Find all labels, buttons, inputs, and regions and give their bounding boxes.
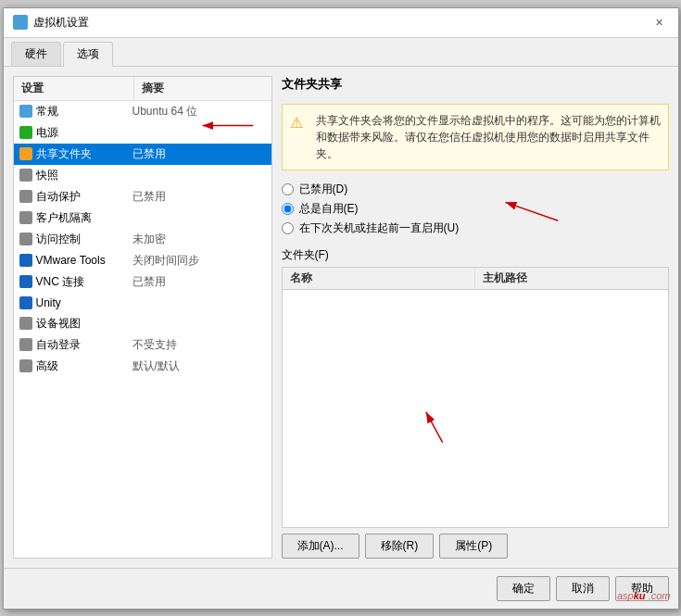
folder-table-header: 名称 主机路径: [283, 268, 668, 290]
radio-item-2[interactable]: 在下次关机或挂起前一直启用(U): [282, 220, 669, 236]
settings-item-7[interactable]: VMware Tools关闭时间同步: [14, 250, 271, 271]
item-icon-1: [19, 126, 32, 139]
settings-item-4[interactable]: 自动保护已禁用: [14, 186, 271, 207]
radio-item-1[interactable]: 总是自用(E): [282, 201, 669, 217]
item-name-0: 常规: [36, 104, 129, 119]
settings-item-1[interactable]: 电源: [14, 122, 271, 144]
bottom-bar: 确定取消帮助: [4, 568, 678, 609]
item-name-7: VMware Tools: [36, 254, 129, 267]
folder-section-title: 文件夹(F): [282, 247, 669, 263]
folder-section: 文件夹(F) 名称 主机路径 添加(A)...移除(R)属性(P): [282, 247, 669, 559]
item-name-10: 设备视图: [36, 316, 129, 332]
settings-item-0[interactable]: 常规Ubuntu 64 位: [14, 101, 271, 122]
radio-label-1: 总是自用(E): [299, 201, 359, 217]
item-summary-4: 已禁用: [132, 189, 266, 205]
item-summary-2: 已禁用: [132, 146, 266, 162]
warning-text: 共享文件夹会将您的文件显示给虚拟机中的程序。这可能为您的计算机和数据带来风险。请…: [316, 112, 661, 162]
item-icon-8: [19, 275, 32, 288]
header-summary: 摘要: [134, 77, 271, 100]
item-summary-12: 默认/默认: [132, 358, 266, 374]
left-panel-header: 设置 摘要: [14, 77, 271, 101]
item-name-3: 快照: [36, 168, 129, 183]
col-path: 主机路径: [475, 268, 668, 289]
item-summary-7: 关闭时间同步: [132, 253, 266, 269]
watermark: aspku .com: [617, 590, 671, 601]
radio-item-0[interactable]: 已禁用(D): [282, 182, 669, 197]
item-summary-6: 未加密: [132, 232, 266, 247]
settings-item-11[interactable]: 自动登录不受支持: [14, 334, 271, 356]
tabs: 硬件 选项: [4, 38, 678, 67]
right-panel: 文件夹共享 ⚠ 共享文件夹会将您的文件显示给虚拟机中的程序。这可能为您的计算机和…: [282, 76, 669, 559]
folder-buttons: 添加(A)...移除(R)属性(P): [282, 534, 669, 559]
item-name-2: 共享文件夹: [36, 146, 129, 162]
settings-item-3[interactable]: 快照: [14, 165, 271, 186]
header-settings: 设置: [14, 77, 134, 100]
item-name-9: Unity: [36, 296, 129, 309]
item-summary-8: 已禁用: [132, 274, 266, 290]
tab-hardware[interactable]: 硬件: [11, 42, 61, 66]
item-name-12: 高级: [36, 358, 129, 374]
item-icon-4: [19, 190, 32, 203]
item-name-5: 客户机隔离: [36, 210, 129, 226]
section-title: 文件夹共享: [282, 76, 669, 93]
radio-group: 已禁用(D)总是自用(E)在下次关机或挂起前一直启用(U): [282, 178, 669, 240]
item-icon-10: [19, 317, 32, 330]
folder-table: 名称 主机路径: [282, 267, 669, 528]
settings-list: 常规Ubuntu 64 位电源共享文件夹已禁用快照自动保护已禁用客户机隔离访问控…: [14, 101, 271, 558]
tab-options[interactable]: 选项: [63, 42, 113, 67]
title-text: 虚拟机设置: [33, 15, 89, 31]
radio-input-0[interactable]: [282, 183, 294, 195]
folder-table-body: [283, 290, 668, 527]
remove-button[interactable]: 移除(R): [365, 534, 435, 559]
properties-button[interactable]: 属性(P): [439, 534, 508, 559]
add-button[interactable]: 添加(A)...: [282, 534, 359, 559]
settings-item-12[interactable]: 高级默认/默认: [14, 356, 271, 377]
item-summary-11: 不受支持: [132, 337, 266, 353]
title-bar-left: 虚拟机设置: [13, 15, 89, 31]
item-name-1: 电源: [36, 125, 129, 141]
item-icon-11: [19, 338, 32, 351]
item-name-8: VNC 连接: [36, 274, 129, 290]
cancel-button[interactable]: 取消: [556, 576, 610, 601]
ok-button[interactable]: 确定: [497, 576, 550, 601]
settings-item-2[interactable]: 共享文件夹已禁用: [14, 144, 271, 165]
radio-label-2: 在下次关机或挂起前一直启用(U): [299, 220, 460, 236]
title-icon: [13, 15, 28, 30]
settings-item-8[interactable]: VNC 连接已禁用: [14, 271, 271, 293]
item-icon-12: [19, 359, 32, 372]
close-button[interactable]: ×: [650, 13, 669, 31]
item-name-4: 自动保护: [36, 189, 129, 205]
item-icon-2: [19, 147, 32, 160]
item-icon-9: [19, 296, 32, 309]
settings-item-5[interactable]: 客户机隔离: [14, 207, 271, 229]
item-icon-5: [19, 211, 32, 224]
item-summary-0: Ubuntu 64 位: [132, 104, 266, 119]
left-panel: 设置 摘要 常规Ubuntu 64 位电源共享文件夹已禁用快照自动保护已禁用客户…: [13, 76, 272, 559]
warning-box: ⚠ 共享文件夹会将您的文件显示给虚拟机中的程序。这可能为您的计算机和数据带来风险…: [282, 104, 669, 170]
item-name-6: 访问控制: [36, 232, 129, 247]
settings-item-9[interactable]: Unity: [14, 293, 271, 313]
settings-item-6[interactable]: 访问控制未加密: [14, 229, 271, 250]
item-icon-3: [19, 169, 32, 182]
col-name: 名称: [283, 268, 476, 289]
warning-icon: ⚠: [290, 112, 309, 131]
settings-item-10[interactable]: 设备视图: [14, 313, 271, 334]
dialog: 虚拟机设置 × 硬件 选项 设置 摘要 常规Ubuntu 64 位电源共享文件夹…: [3, 7, 679, 610]
radio-input-1[interactable]: [282, 203, 294, 215]
item-icon-7: [19, 254, 32, 267]
content-area: 设置 摘要 常规Ubuntu 64 位电源共享文件夹已禁用快照自动保护已禁用客户…: [4, 67, 678, 568]
item-name-11: 自动登录: [36, 337, 129, 353]
radio-input-2[interactable]: [282, 222, 294, 234]
item-icon-6: [19, 233, 32, 245]
item-icon-0: [19, 105, 32, 118]
radio-label-0: 已禁用(D): [299, 182, 348, 197]
title-bar: 虚拟机设置 ×: [4, 8, 678, 38]
